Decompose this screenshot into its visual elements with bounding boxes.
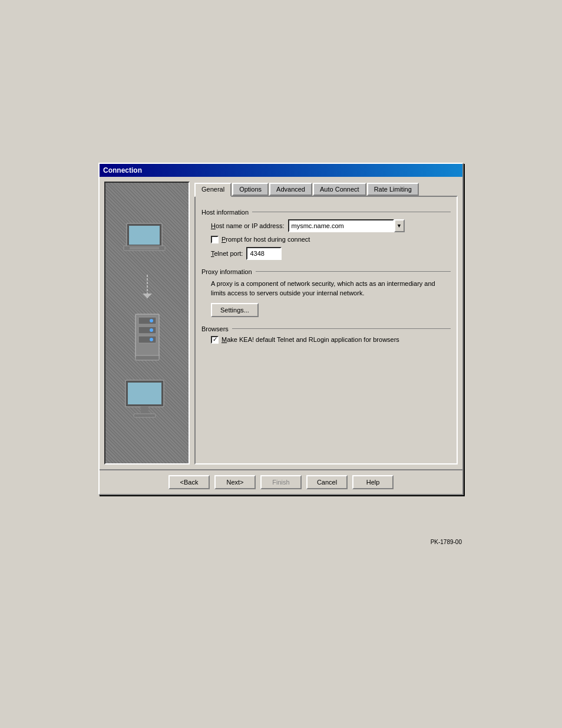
host-dropdown-btn[interactable]: ▼	[394, 219, 405, 232]
title-bar-text: Connection	[103, 166, 142, 174]
tabs: General Options Advanced Auto Connect Ra…	[194, 182, 458, 197]
proxy-description: A proxy is a component of network securi…	[211, 279, 451, 298]
dialog-body: General Options Advanced Auto Connect Ra…	[100, 177, 462, 469]
browsers-checkbox[interactable]	[211, 336, 219, 344]
host-name-label: Host name or IP address:	[211, 222, 285, 229]
dialog-title: Connection	[103, 166, 142, 174]
tab-auto-connect[interactable]: Auto Connect	[313, 183, 366, 196]
svg-rect-3	[130, 247, 159, 249]
host-fields: Host name or IP address: ▼ Prompt fo	[201, 219, 451, 260]
proxy-section: Proxy information A proxy is a component…	[201, 268, 451, 317]
svg-point-12	[150, 338, 153, 341]
settings-button[interactable]: Settings...	[211, 303, 259, 317]
host-name-row: Host name or IP address: ▼	[211, 219, 451, 232]
host-dropdown: ▼	[288, 219, 405, 232]
telnet-port-row: Telnet port:	[211, 247, 451, 260]
host-name-input[interactable]	[288, 219, 394, 232]
svg-rect-15	[128, 383, 161, 404]
version-label: PK-1789-00	[431, 539, 462, 545]
telnet-label: Telnet port:	[211, 250, 243, 257]
host-section-label: Host information	[201, 209, 249, 216]
title-bar: Connection	[100, 164, 462, 177]
host-section-line	[252, 212, 451, 212]
proxy-section-label: Proxy information	[201, 268, 252, 275]
button-bar: <Back Next> Finish Cancel Help	[100, 469, 462, 494]
connection-arrows	[130, 275, 165, 299]
laptop-illustration	[121, 220, 174, 263]
svg-point-11	[150, 328, 153, 332]
svg-rect-7	[138, 317, 156, 324]
help-button[interactable]: Help	[352, 475, 394, 489]
svg-rect-13	[135, 355, 159, 360]
page-wrapper: Connection	[0, 0, 562, 728]
browsers-section-header: Browsers	[201, 325, 451, 332]
svg-rect-17	[134, 414, 156, 417]
prompt-checkbox[interactable]	[211, 236, 219, 243]
svg-rect-9	[138, 336, 156, 343]
proxy-section-header: Proxy information	[201, 268, 451, 275]
cancel-button[interactable]: Cancel	[306, 475, 348, 489]
tab-options[interactable]: Options	[232, 183, 269, 196]
monitor-illustration	[121, 377, 174, 426]
browsers-section-line	[232, 328, 451, 329]
browsers-section-label: Browsers	[201, 325, 229, 332]
tab-general[interactable]: General	[194, 183, 232, 197]
next-button[interactable]: Next>	[214, 475, 256, 489]
proxy-section-line	[256, 271, 451, 272]
finish-button[interactable]: Finish	[260, 475, 302, 489]
browsers-fields: Make KEA! default Telnet and RLogin appl…	[201, 336, 451, 344]
browsers-checkbox-row: Make KEA! default Telnet and RLogin appl…	[211, 336, 451, 344]
svg-marker-5	[143, 294, 152, 298]
telnet-port-input[interactable]	[246, 247, 282, 260]
back-button[interactable]: <Back	[168, 475, 210, 489]
prompt-checkbox-row: Prompt for host during connect	[211, 236, 451, 243]
server-illustration	[127, 311, 168, 365]
svg-rect-8	[138, 327, 156, 334]
host-section-header: Host information	[201, 209, 451, 216]
tab-advanced[interactable]: Advanced	[269, 183, 312, 196]
svg-rect-16	[141, 407, 148, 414]
svg-rect-1	[129, 226, 160, 245]
tab-content-general: Host information Host name or IP address…	[194, 196, 458, 465]
prompt-checkbox-label: Prompt for host during connect	[222, 236, 310, 243]
proxy-fields: A proxy is a component of network securi…	[201, 279, 451, 317]
right-panel: General Options Advanced Auto Connect Ra…	[194, 182, 458, 465]
browsers-checkbox-label: Make KEA! default Telnet and RLogin appl…	[222, 336, 399, 343]
browsers-section: Browsers Make KEA! default Telnet and RL…	[201, 325, 451, 344]
left-panel	[104, 182, 190, 465]
connection-dialog: Connection	[98, 163, 464, 495]
svg-point-10	[150, 319, 153, 322]
tab-rate-limiting[interactable]: Rate Limiting	[367, 183, 419, 196]
